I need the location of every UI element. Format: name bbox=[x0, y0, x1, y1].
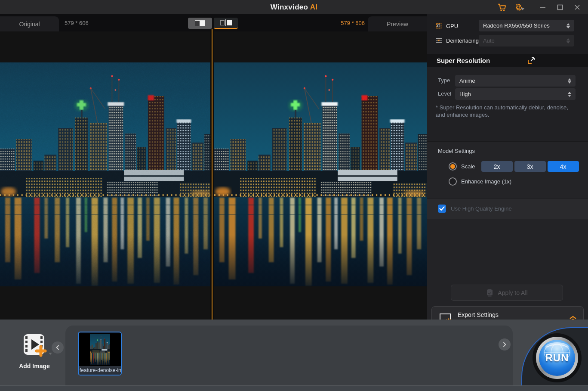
apply-to-all-label: Apply to All bbox=[498, 289, 527, 296]
hq-engine-section: Use High Quality Engine bbox=[427, 199, 588, 219]
run-button-area: RUN bbox=[521, 327, 588, 391]
tab-preview-label: Preview bbox=[387, 21, 408, 28]
thumbnail-image bbox=[79, 333, 121, 366]
level-select[interactable]: High bbox=[455, 88, 576, 100]
model-settings-label: Model Settings bbox=[438, 148, 475, 154]
scale-3x-button[interactable]: 3x bbox=[514, 161, 546, 172]
maximize-button[interactable] bbox=[553, 1, 567, 13]
thumbnail-strip bbox=[65, 326, 513, 391]
panel-lower-area: Apply to All Export Settings 579*606 PNG bbox=[427, 219, 588, 320]
run-button-label: RUN bbox=[545, 352, 569, 364]
media-bar: Add Image feature-denoise-im bbox=[0, 320, 588, 391]
add-image-label: Add Image bbox=[6, 363, 63, 369]
hq-engine-label: Use High Quality Engine bbox=[451, 205, 512, 212]
image-viewer bbox=[0, 31, 427, 320]
deinterlacing-select-value: Auto bbox=[483, 37, 566, 44]
super-resolution-title: Super Resolution bbox=[437, 57, 490, 64]
deinterlacing-select[interactable]: Auto bbox=[479, 35, 574, 47]
titlebar-separator bbox=[531, 4, 531, 11]
window-bottom-edge bbox=[0, 385, 588, 391]
scroll-left-button[interactable] bbox=[52, 341, 64, 354]
scroll-right-button[interactable] bbox=[499, 338, 511, 351]
app-title-text: Winxvideo bbox=[271, 3, 308, 11]
thumbnail-filename: feature-denoise-im bbox=[79, 366, 121, 375]
type-select-value: Anime bbox=[459, 78, 568, 84]
split-view-toggle[interactable] bbox=[214, 18, 238, 29]
settings-gear-icon[interactable] bbox=[512, 1, 526, 13]
type-label: Type bbox=[438, 77, 450, 84]
hardware-section: GPU Radeon RX550/550 Series Deinterlacin… bbox=[427, 14, 588, 54]
model-settings-section: Model Settings Scale 2x 3x 4x Enhance Im… bbox=[427, 141, 588, 198]
type-select-chevrons-icon bbox=[568, 78, 571, 84]
single-view-toggle[interactable] bbox=[188, 18, 212, 29]
tab-original[interactable]: Original bbox=[0, 16, 59, 31]
type-select[interactable]: Anime bbox=[455, 75, 576, 87]
run-button[interactable]: RUN bbox=[533, 333, 582, 382]
scale-4x-button[interactable]: 4x bbox=[548, 161, 579, 172]
gpu-chip-icon bbox=[435, 22, 443, 30]
super-resolution-expand-icon[interactable] bbox=[527, 56, 536, 65]
gear-caret-icon bbox=[521, 8, 524, 10]
preview-size-label: 579 * 606 bbox=[323, 20, 365, 26]
tab-original-label: Original bbox=[19, 21, 40, 28]
minimize-button[interactable] bbox=[536, 1, 550, 13]
run-button-ring: RUN bbox=[536, 337, 578, 379]
original-image-pane bbox=[0, 62, 210, 286]
level-select-chevrons-icon bbox=[568, 92, 571, 97]
settings-panel: GPU Radeon RX550/550 Series Deinterlacin… bbox=[427, 14, 588, 320]
thumbnail-feature-denoise[interactable]: feature-denoise-im bbox=[78, 332, 122, 375]
app-window: Winxvideo AI Original 579 * 60 bbox=[0, 0, 588, 391]
gpu-label: GPU bbox=[446, 23, 458, 29]
super-resolution-note: * Super Resolution can automatically deb… bbox=[436, 104, 578, 118]
scale-label: Scale bbox=[461, 163, 475, 170]
tab-preview[interactable]: Preview bbox=[368, 16, 427, 31]
close-button[interactable] bbox=[570, 1, 585, 13]
add-image-caret-icon bbox=[49, 353, 52, 355]
compare-divider-handle[interactable] bbox=[210, 29, 214, 323]
cart-icon[interactable] bbox=[495, 1, 509, 13]
gpu-select[interactable]: Radeon RX550/550 Series bbox=[479, 20, 574, 31]
gpu-select-chevrons-icon bbox=[566, 23, 570, 28]
super-resolution-header: Super Resolution bbox=[427, 54, 588, 67]
scale-radio[interactable] bbox=[449, 162, 457, 171]
deinterlacing-label: Deinterlacing bbox=[446, 37, 479, 44]
add-image-icon bbox=[22, 333, 47, 357]
level-select-value: High bbox=[459, 91, 568, 97]
level-label: Level bbox=[438, 90, 451, 97]
original-size-label: 579 * 606 bbox=[65, 20, 89, 26]
deinterlacing-icon bbox=[435, 37, 443, 44]
enhance-image-radio[interactable] bbox=[449, 177, 457, 186]
run-button-globe: RUN bbox=[539, 340, 575, 376]
hq-engine-checkbox[interactable] bbox=[438, 205, 446, 213]
export-settings-title: Export Settings bbox=[458, 311, 499, 318]
split-view-icon bbox=[220, 19, 232, 26]
deinterlacing-select-chevrons-icon bbox=[566, 38, 570, 43]
app-title-accent: AI bbox=[310, 3, 318, 11]
super-resolution-controls: Type Anime Level High * Super Resolution… bbox=[427, 67, 588, 141]
preview-image-pane bbox=[214, 62, 427, 286]
single-view-icon bbox=[195, 20, 205, 26]
gpu-select-value: Radeon RX550/550 Series bbox=[483, 22, 566, 29]
enhance-image-label: Enhance Image (1x) bbox=[461, 178, 511, 185]
scale-2x-button[interactable]: 2x bbox=[481, 161, 513, 172]
apply-to-all-button[interactable]: Apply to All bbox=[451, 285, 563, 301]
apply-clipboard-icon bbox=[486, 289, 493, 297]
titlebar: Winxvideo AI bbox=[0, 0, 588, 14]
